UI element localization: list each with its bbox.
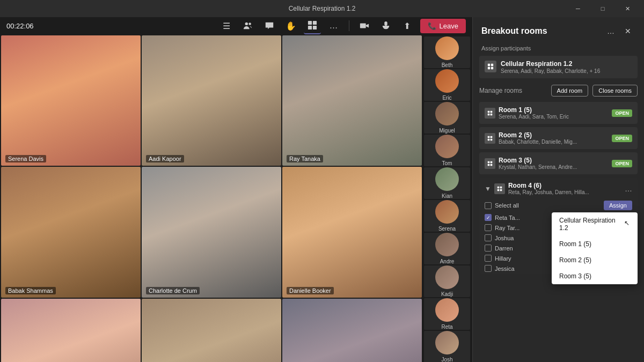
video-tile-krystal-mckinney: Krystal McKinney [282,299,422,362]
svg-rect-3 [312,21,316,25]
participant-checkbox-hillary[interactable] [485,255,492,262]
room-4-chevron-icon[interactable]: ▼ [485,185,491,193]
svg-rect-27 [500,189,502,191]
participants-list-icon[interactable]: ☰ [218,17,235,34]
participant-strip: Beth Eric Miguel Tom Kian [423,35,471,362]
room-2-participants: Babak, Charlotte, Danielle, Mig... [499,139,609,145]
close-button[interactable]: ✕ [615,0,640,17]
video-tile-danielle-booker: Danielle Booker [282,167,422,297]
leave-button[interactable]: 📞 Leave [420,19,466,33]
sidebar-close-icon[interactable]: ✕ [620,24,635,39]
microphone-icon[interactable] [377,17,394,34]
add-room-button[interactable]: Add room [551,85,589,97]
svg-rect-24 [497,186,500,188]
minimize-button[interactable]: ─ [566,0,590,17]
close-rooms-button[interactable]: Close rooms [592,85,638,97]
participant-name-reta-row: Reta Ta... [495,215,520,221]
room-4-more-icon[interactable]: … [625,184,632,193]
more-options-icon[interactable]: … [325,17,342,34]
room-row-3: Room 3 (5) Krystal, Nathan, Serena, Andr… [479,152,638,174]
svg-rect-5 [312,26,316,29]
room-4-name: Room 4 (6) [508,182,621,189]
participant-name-ray-row: Ray Tar... [495,225,519,231]
participant-name-kadji: Kadji [441,291,453,297]
toolbar-icons: ☰ ✋ … ⬆ [218,17,466,34]
room-4-icon [494,183,505,194]
participant-name-kian: Kian [442,193,452,199]
top-toolbar: 00:22:06 ☰ ✋ … [0,17,472,34]
participant-checkbox-reta[interactable]: ✓ [485,214,492,221]
participant-thumb-serena-p: Serena [424,200,470,232]
room-2-name: Room 2 (5) [499,131,609,139]
svg-rect-20 [488,161,490,163]
room-1-info: Room 1 (5) Serena, Aadi, Sara, Tom, Eric [499,106,609,120]
svg-rect-13 [491,110,493,113]
participant-checkbox-ray[interactable] [485,224,492,231]
participant-thumb-eric: Eric [424,69,470,101]
main-layout: 00:22:06 ☰ ✋ … [0,17,644,362]
main-room-info: Cellular Respiration 1.2 Serena, Aadi, R… [501,60,600,74]
share-icon[interactable]: ⬆ [399,17,416,34]
svg-point-1 [248,23,251,25]
video-tile-aadi-kapoor: Aadi Kapoor [142,35,281,166]
dropdown-item-room2[interactable]: Room 2 (5) [552,252,638,268]
participant-checkbox-darren[interactable] [485,245,492,252]
room-2-info: Room 2 (5) Babak, Charlotte, Danielle, M… [499,131,609,145]
video-tile-name: Serena Davis [5,155,46,162]
main-room-row: Cellular Respiration 1.2 Serena, Aadi, R… [479,56,638,78]
participant-name-jessica-row: Jessica [495,265,515,272]
svg-rect-25 [500,186,502,188]
participant-name-beth: Beth [442,62,453,68]
participant-name-josh: Josh [441,357,452,362]
room-3-name: Room 3 (5) [499,157,609,164]
maximize-button[interactable]: □ [590,0,615,17]
camera-icon[interactable] [356,17,373,34]
dropdown-item-room2-label: Room 2 (5) [559,256,591,264]
select-all-label: Select all [495,202,519,209]
raise-hand-icon[interactable]: ✋ [282,17,299,34]
room-3-icon [485,158,495,169]
video-tile-nathan-rigby: Nathan Rigby [142,299,281,362]
svg-rect-7 [384,21,387,26]
room-4-participants: Reta, Ray, Joshua, Darren, Hilla... [508,189,621,195]
dropdown-item-room1[interactable]: Room 1 (5) [552,236,638,252]
participant-name-tom: Tom [442,160,452,166]
room-1-open-badge: OPEN [612,109,632,117]
video-area: 00:22:06 ☰ ✋ … [0,17,472,362]
select-all-checkbox[interactable] [485,202,492,209]
room-2-icon [485,133,495,144]
svg-rect-9 [491,64,493,66]
room-3-info: Room 3 (5) Krystal, Nathan, Serena, Andr… [499,157,609,170]
dropdown-item-main[interactable]: Cellular Respiration 1.2 ↖ [552,212,638,236]
svg-rect-15 [491,113,493,115]
sidebar-header-icons: … ✕ [603,24,635,39]
participant-checkbox-jessica[interactable] [485,265,492,272]
dropdown-item-main-label: Cellular Respiration 1.2 [559,217,620,232]
dropdown-item-room3[interactable]: Room 3 (5) [552,268,638,284]
assign-button[interactable]: Assign [604,201,632,210]
svg-rect-4 [308,26,311,29]
sidebar-more-icon[interactable]: … [603,24,618,39]
participant-thumb-beth: Beth [424,36,470,68]
participant-thumb-tom: Tom [424,135,470,166]
participant-name-miguel: Miguel [439,128,455,134]
titlebar: Cellular Respiration 1.2 ─ □ ✕ [0,0,644,17]
cursor-indicator: ↖ [624,219,630,229]
room-row-2: Room 2 (5) Babak, Charlotte, Danielle, M… [479,127,638,149]
participant-thumb-andre: Andre [424,233,470,264]
participant-name-hillary-row: Hillary [495,255,511,262]
chat-icon[interactable] [261,17,278,34]
svg-rect-21 [491,161,493,163]
title-bar-text: Cellular Respiration 1.2 [289,5,356,12]
breakout-rooms-icon[interactable] [304,17,321,34]
participant-checkbox-joshua[interactable] [485,234,492,241]
video-tile-name: Babak Shammas [5,287,56,294]
room-4-info: Room 4 (6) Reta, Ray, Joshua, Darren, Hi… [508,182,621,195]
dropdown-item-room3-label: Room 3 (5) [559,272,591,280]
video-tile-name: Aadi Kapoor [146,155,184,162]
people-icon[interactable] [239,17,257,34]
svg-rect-16 [488,136,490,138]
participant-name-eric: Eric [442,95,451,101]
svg-rect-19 [491,138,493,141]
svg-rect-6 [360,24,365,28]
